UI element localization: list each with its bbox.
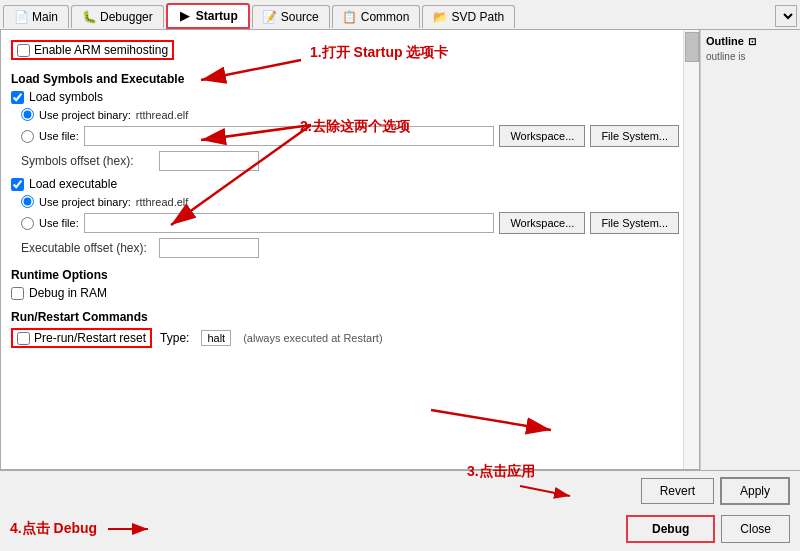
executable-offset-label: Executable offset (hex): [21, 241, 151, 255]
tab-svd-label: SVD Path [451, 10, 504, 24]
executable-offset-row: Executable offset (hex): [11, 238, 679, 258]
load-symbols-checkbox[interactable] [11, 91, 24, 104]
debug-in-ram-checkbox[interactable] [11, 287, 24, 300]
main-tab-icon: 📄 [14, 10, 28, 24]
use-file-label2: Use file: [39, 217, 79, 229]
use-file-input2[interactable] [84, 213, 495, 233]
apply-button[interactable]: Apply [720, 477, 790, 505]
tab-startup-label: Startup [196, 9, 238, 23]
tab-main-label: Main [32, 10, 58, 24]
debug-arrow [103, 517, 153, 541]
use-project-binary-row2: Use project binary: rtthread.elf [11, 195, 679, 208]
annotation-step4: 4.点击 Debug [10, 520, 97, 538]
always-executed-text: (always executed at Restart) [243, 332, 382, 344]
debug-row: 1.打开 Startup 选项卡 2.去除这两个选项 4.点击 Debug De… [0, 511, 800, 551]
load-symbols-title: Load Symbols and Executable [11, 72, 679, 86]
outline-title-text: Outline [706, 35, 744, 47]
filesystem-button2[interactable]: File System... [590, 212, 679, 234]
tab-startup[interactable]: ▶ Startup [166, 3, 250, 29]
debugger-tab-icon: 🐛 [82, 10, 96, 24]
annotation-step1: 1.打开 Startup 选项卡 [310, 44, 448, 62]
tab-main[interactable]: 📄 Main [3, 5, 69, 28]
symbols-offset-label: Symbols offset (hex): [21, 154, 151, 168]
svg-line-4 [431, 410, 551, 430]
load-symbols-section: Load Symbols and Executable Load symbols… [11, 72, 679, 258]
use-project-binary-label2: Use project binary: [39, 196, 131, 208]
load-symbols-label: Load symbols [29, 90, 103, 104]
filesystem-button1[interactable]: File System... [590, 125, 679, 147]
load-executable-row: Load executable [11, 177, 679, 191]
symbols-offset-input[interactable] [159, 151, 259, 171]
enable-arm-semihosting-checkbox[interactable] [17, 44, 30, 57]
debug-button[interactable]: Debug [626, 515, 715, 543]
tab-debugger[interactable]: 🐛 Debugger [71, 5, 164, 28]
runtime-section: Runtime Options Debug in RAM [11, 268, 679, 300]
scrollbar[interactable] [683, 30, 699, 469]
binary-value2: rtthread.elf [136, 196, 189, 208]
workspace-button1[interactable]: Workspace... [499, 125, 585, 147]
tab-source[interactable]: 📝 Source [252, 5, 330, 28]
use-project-binary-radio1[interactable] [21, 108, 34, 121]
run-restart-title: Run/Restart Commands [11, 310, 679, 324]
common-tab-icon: 📋 [343, 10, 357, 24]
run-restart-section: Run/Restart Commands Pre-run/Restart res… [11, 310, 679, 348]
debug-in-ram-label: Debug in RAM [29, 286, 107, 300]
use-file-label1: Use file: [39, 130, 79, 142]
workspace-button2[interactable]: Workspace... [499, 212, 585, 234]
outline-subtitle: outline is [706, 51, 795, 62]
tab-common-label: Common [361, 10, 410, 24]
semihosting-checkbox-box: Enable ARM semihosting [11, 40, 174, 60]
enable-arm-semihosting-label: Enable ARM semihosting [34, 43, 168, 57]
tab-common[interactable]: 📋 Common [332, 5, 421, 28]
svd-tab-icon: 📂 [433, 10, 447, 24]
source-tab-icon: 📝 [263, 10, 277, 24]
load-executable-label: Load executable [29, 177, 117, 191]
svg-line-6 [520, 486, 570, 496]
annotation-step2: 2.去除这两个选项 [300, 118, 410, 136]
pre-run-checkbox-box: Pre-run/Restart reset [11, 328, 152, 348]
startup-tab-icon: ▶ [178, 9, 192, 23]
content-area: Enable ARM semihosting Load Symbols and … [0, 30, 800, 470]
use-file-row2: Use file: Workspace... File System... [11, 212, 679, 234]
use-file-input1[interactable] [84, 126, 495, 146]
executable-offset-input[interactable] [159, 238, 259, 258]
pre-run-label: Pre-run/Restart reset [34, 331, 146, 345]
bottom-bar: 3.点击应用 Revert Apply [0, 470, 800, 511]
outline-title: Outline ⊡ [706, 35, 795, 47]
use-project-binary-radio2[interactable] [21, 195, 34, 208]
use-file-radio2[interactable] [21, 217, 34, 230]
close-button[interactable]: Close [721, 515, 790, 543]
load-symbols-row: Load symbols [11, 90, 679, 104]
runtime-title: Runtime Options [11, 268, 679, 282]
tab-svd-path[interactable]: 📂 SVD Path [422, 5, 515, 28]
type-label: Type: [160, 331, 189, 345]
outline-panel: Outline ⊡ outline is [700, 30, 800, 470]
tab-source-label: Source [281, 10, 319, 24]
use-file-radio1[interactable] [21, 130, 34, 143]
binary-value1: rtthread.elf [136, 109, 189, 121]
scroll-thumb[interactable] [685, 32, 699, 62]
symbols-offset-row: Symbols offset (hex): [11, 151, 679, 171]
use-project-binary-label1: Use project binary: [39, 109, 131, 121]
load-executable-checkbox[interactable] [11, 178, 24, 191]
annotation-step3: 3.点击应用 [467, 463, 535, 481]
tab-bar: 📄 Main 🐛 Debugger ▶ Startup 📝 Source 📋 C… [0, 0, 800, 30]
main-container: 📄 Main 🐛 Debugger ▶ Startup 📝 Source 📋 C… [0, 0, 800, 551]
startup-panel: Enable ARM semihosting Load Symbols and … [0, 30, 700, 470]
pre-run-checkbox[interactable] [17, 332, 30, 345]
tab-debugger-label: Debugger [100, 10, 153, 24]
outline-icon: ⊡ [748, 36, 756, 47]
debug-in-ram-row: Debug in RAM [11, 286, 679, 300]
revert-button[interactable]: Revert [641, 478, 714, 504]
halt-badge: halt [201, 330, 231, 346]
config-dropdown[interactable] [775, 5, 797, 27]
